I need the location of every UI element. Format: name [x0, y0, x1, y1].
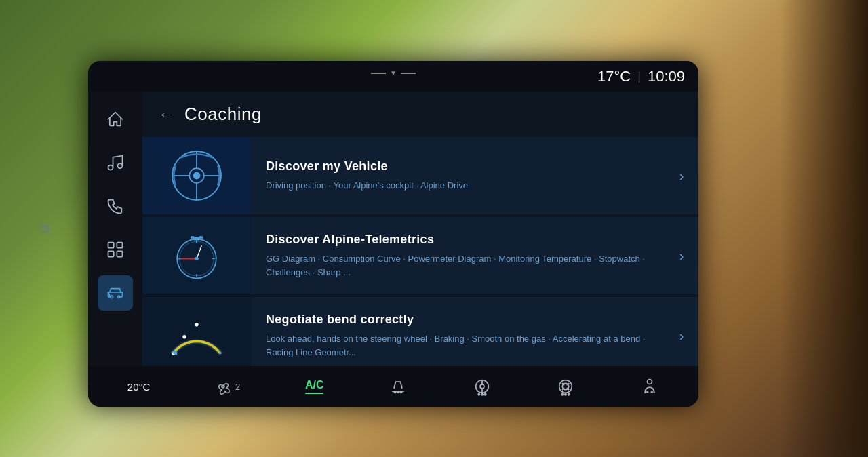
status-divider: | — [637, 69, 641, 83]
right-panel — [780, 0, 868, 457]
bend-icon — [159, 305, 234, 366]
page-title: Coaching — [184, 104, 262, 125]
item-arrow-telemetrics: › — [665, 217, 698, 294]
svg-point-32 — [195, 323, 198, 326]
fan-speed: 2 — [235, 382, 240, 392]
svg-rect-22 — [191, 236, 194, 239]
bottom-ac-item[interactable]: A/C — [305, 379, 324, 394]
svg-line-25 — [197, 246, 201, 259]
driver-icon — [640, 377, 659, 396]
sidebar — [88, 92, 142, 366]
item-title-bend: Negotiate bend correctly — [266, 313, 652, 327]
nav-dot-line-1 — [371, 73, 386, 74]
svg-point-7 — [118, 296, 121, 298]
item-content-bend: Negotiate bend correctly Look ahead, han… — [251, 297, 665, 366]
svg-point-44 — [559, 380, 572, 393]
left-panel: ⊟ — [0, 0, 88, 457]
svg-point-41 — [478, 394, 479, 395]
home-icon — [106, 110, 125, 129]
apps-icon — [106, 240, 125, 259]
svg-rect-2 — [108, 243, 114, 248]
bottom-tire-item[interactable] — [556, 377, 575, 396]
svg-rect-23 — [199, 236, 203, 239]
item-thumb-vehicle — [142, 137, 251, 214]
steering-wheel-icon — [159, 145, 234, 206]
svg-point-46 — [562, 394, 564, 395]
item-content-telemetrics: Discover Alpine-Telemetrics GG Diagram ·… — [251, 217, 665, 294]
fan-icon — [215, 378, 231, 395]
item-subtitle-telemetrics: GG Diagram · Consumption Curve · Powerme… — [266, 252, 652, 279]
svg-rect-4 — [108, 251, 114, 256]
tire-icon — [556, 377, 575, 396]
list-item-bend[interactable]: Negotiate bend correctly Look ahead, han… — [142, 297, 698, 366]
item-title-telemetrics: Discover Alpine-Telemetrics — [266, 233, 652, 247]
svg-point-1 — [118, 163, 123, 168]
bottom-seat-heat-item[interactable] — [389, 377, 408, 396]
sidebar-item-home[interactable] — [98, 102, 133, 137]
bottom-steering-heat-item[interactable] — [473, 377, 492, 396]
svg-point-47 — [565, 394, 566, 395]
item-title-vehicle: Discover my Vehicle — [266, 159, 652, 174]
list-item-telemetrics[interactable]: Discover Alpine-Telemetrics GG Diagram ·… — [142, 217, 698, 295]
item-arrow-vehicle: › — [665, 137, 698, 214]
item-content-vehicle: Discover my Vehicle Driving position · Y… — [251, 137, 665, 214]
item-arrow-bend: › — [665, 297, 698, 366]
svg-point-31 — [182, 335, 186, 338]
item-thumb-bend — [142, 297, 251, 366]
svg-point-48 — [568, 394, 570, 395]
car-icon — [106, 283, 125, 302]
svg-point-6 — [111, 296, 113, 298]
bottom-fan-item[interactable]: 2 — [215, 378, 240, 395]
phone-icon — [106, 197, 125, 216]
item-subtitle-bend: Look ahead, hands on the steering wheel … — [266, 332, 652, 359]
svg-point-49 — [648, 380, 652, 384]
bottom-driver-item[interactable] — [640, 377, 659, 396]
sidebar-item-phone[interactable] — [98, 188, 133, 224]
item-thumb-telemetrics — [142, 217, 251, 294]
ac-underline — [305, 393, 324, 394]
sidebar-item-car[interactable] — [98, 275, 133, 311]
left-panel-icon: ⊟ — [38, 224, 51, 233]
svg-point-43 — [484, 394, 486, 395]
seat-heat-icon — [389, 377, 408, 396]
svg-point-0 — [108, 165, 113, 170]
list-item-discover-vehicle[interactable]: Discover my Vehicle Driving position · Y… — [142, 137, 698, 215]
ac-label: A/C — [305, 379, 324, 391]
svg-rect-3 — [117, 243, 122, 248]
status-bar: ▼ 17°C | 10:09 — [88, 61, 698, 92]
svg-point-26 — [195, 257, 198, 260]
back-button[interactable]: ← — [159, 106, 174, 123]
stopwatch-icon — [159, 225, 234, 286]
sidebar-item-apps[interactable] — [98, 232, 133, 267]
screen-bezel: ▼ 17°C | 10:09 — [88, 61, 698, 407]
music-icon — [106, 153, 125, 172]
svg-rect-5 — [117, 251, 122, 256]
sidebar-item-music[interactable] — [98, 145, 133, 180]
bottom-temp-item[interactable]: 20°C — [127, 381, 151, 393]
bottom-bar: 20°C 2 A/C — [88, 366, 698, 407]
bottom-temperature: 20°C — [127, 381, 151, 393]
svg-point-42 — [481, 394, 483, 395]
item-subtitle-vehicle: Driving position · Your Alpine's cockpit… — [266, 179, 652, 193]
steering-heat-icon — [473, 377, 492, 396]
status-time: 10:09 — [648, 68, 685, 85]
svg-point-14 — [193, 172, 201, 180]
nav-dot-arrow: ▼ — [390, 69, 397, 77]
svg-point-35 — [397, 391, 399, 393]
coaching-list: Discover my Vehicle Driving position · Y… — [142, 137, 698, 366]
status-temperature: 17°C — [597, 68, 631, 85]
nav-dots: ▼ — [371, 69, 416, 77]
nav-dot-line-2 — [401, 73, 416, 74]
svg-point-36 — [401, 391, 402, 393]
page-header: ← Coaching — [142, 92, 698, 137]
svg-point-34 — [394, 391, 395, 393]
svg-point-38 — [480, 384, 484, 389]
main-content: ← Coaching — [142, 92, 698, 366]
